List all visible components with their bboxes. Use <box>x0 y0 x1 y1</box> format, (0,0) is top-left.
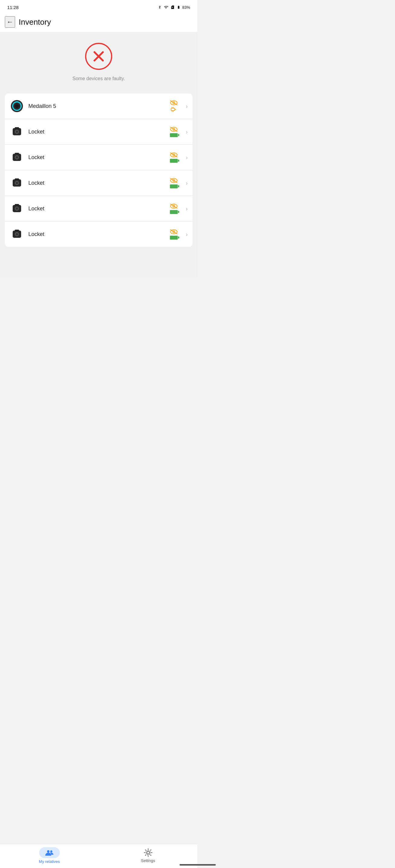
status-bar: 11:28 83% <box>0 0 197 13</box>
battery-icon <box>170 210 178 214</box>
device-row[interactable]: Locket › <box>5 145 193 170</box>
locket-svg-icon <box>10 202 24 215</box>
locket-svg-icon <box>10 125 24 138</box>
back-arrow-icon: ← <box>7 18 13 26</box>
error-message: Some devices are faulty. <box>73 76 125 82</box>
device-row[interactable]: Locket › <box>5 119 193 145</box>
status-time: 11:28 <box>7 5 19 10</box>
chevron-right-icon: › <box>186 231 188 238</box>
device-icon-locket <box>10 124 24 139</box>
svg-rect-38 <box>15 204 19 206</box>
svg-point-30 <box>16 182 18 184</box>
device-icon-locket <box>10 176 24 190</box>
chevron-right-icon: › <box>186 103 188 110</box>
device-status-icons <box>170 204 178 214</box>
device-row[interactable]: Locket › <box>5 221 193 247</box>
battery-percent: 83% <box>182 5 190 10</box>
error-x-icon <box>91 49 107 64</box>
device-icon-locket <box>10 150 24 164</box>
device-icon-medaillon <box>10 99 24 113</box>
device-row[interactable]: Locket › <box>5 196 193 221</box>
battery-charging-icon <box>177 5 180 9</box>
device-status-icons <box>170 127 178 137</box>
error-section: Some devices are faulty. <box>0 32 197 89</box>
charging-icon <box>170 107 177 112</box>
eye-hidden-icon <box>170 178 178 183</box>
locket-svg-icon <box>10 151 24 164</box>
battery-icon <box>170 133 178 137</box>
eye-hidden-icon <box>170 152 178 158</box>
eye-hidden-icon <box>170 100 178 105</box>
device-name: Locket <box>28 154 166 161</box>
chevron-right-icon: › <box>186 128 188 135</box>
back-button[interactable]: ← <box>5 16 15 28</box>
main-content: Some devices are faulty. Medaillon 5 <box>0 32 197 277</box>
chevron-right-icon: › <box>186 205 188 212</box>
status-icons: 83% <box>158 5 190 10</box>
chevron-right-icon: › <box>186 180 188 187</box>
device-status-icons <box>170 100 178 112</box>
device-icon-locket <box>10 227 24 241</box>
header: ← Inventory <box>0 13 197 32</box>
bluetooth-icon <box>158 5 162 9</box>
chevron-right-icon: › <box>186 154 188 161</box>
device-name: Locket <box>28 180 166 186</box>
svg-rect-17 <box>15 127 19 129</box>
svg-point-23 <box>16 156 18 158</box>
device-status-icons <box>170 178 178 188</box>
battery-icon <box>170 236 178 240</box>
svg-rect-8 <box>171 108 175 111</box>
wifi-icon <box>164 5 168 9</box>
device-status-icons <box>170 229 178 240</box>
battery-icon <box>170 184 178 188</box>
device-row[interactable]: Locket › <box>5 170 193 196</box>
battery-icon <box>170 159 178 163</box>
device-status-icons <box>170 152 178 163</box>
svg-rect-45 <box>15 230 19 231</box>
page-title: Inventory <box>19 18 51 27</box>
eye-hidden-icon <box>170 127 178 132</box>
error-icon-circle <box>85 43 112 70</box>
device-list: Medaillon 5 › <box>5 93 193 247</box>
device-row[interactable]: Medaillon 5 › <box>5 93 193 119</box>
locket-svg-icon <box>10 176 24 190</box>
svg-point-37 <box>16 207 18 210</box>
svg-rect-31 <box>15 179 19 180</box>
svg-rect-24 <box>15 153 19 154</box>
svg-point-44 <box>16 233 18 236</box>
device-name: Medaillon 5 <box>28 103 166 110</box>
eye-hidden-icon <box>170 204 178 209</box>
device-name: Locket <box>28 206 166 212</box>
eye-hidden-icon <box>170 229 178 235</box>
device-name: Locket <box>28 129 166 135</box>
svg-point-4 <box>15 104 19 108</box>
locket-svg-icon <box>10 227 24 241</box>
sim-error-icon <box>170 5 175 9</box>
device-icon-locket <box>10 201 24 216</box>
medaillon-svg-icon <box>10 99 24 113</box>
svg-point-16 <box>16 130 18 133</box>
device-name: Locket <box>28 231 166 238</box>
